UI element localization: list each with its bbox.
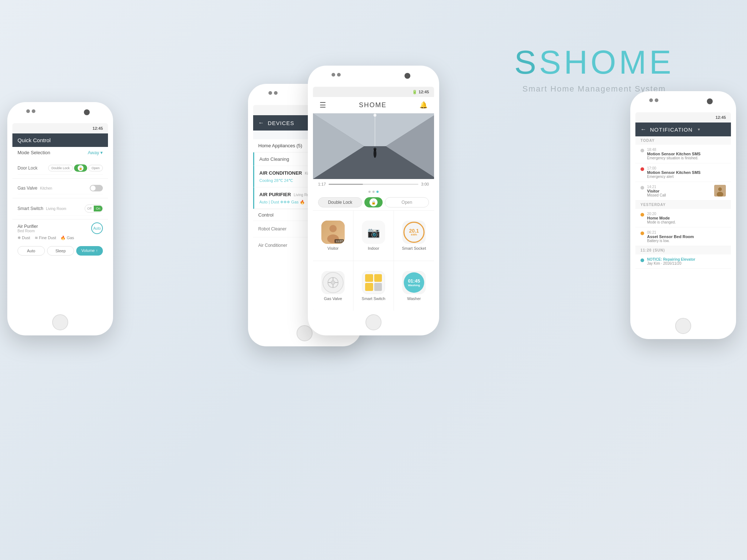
notif-link-text[interactable]: NOTICE: Repairing Elevator — [647, 257, 726, 261]
progress-bg[interactable] — [329, 184, 418, 185]
time-current: 1:17 — [318, 182, 326, 186]
svg-point-15 — [331, 281, 335, 284]
notification-phone: 12:45 ← NOTIFICATION ▾ TODAY 18:48 Motio… — [630, 91, 736, 339]
notif-item-2147[interactable]: NOTICE: Repairing Elevator Jay Kim · 201… — [635, 254, 731, 269]
svg-point-8 — [374, 148, 376, 151]
indoor-app[interactable]: 📷 Indoor — [353, 211, 394, 261]
main-header: ☰ SHOME 🔔 — [313, 97, 434, 113]
notification-screen: 12:45 ← NOTIFICATION ▾ TODAY 18:48 Motio… — [635, 112, 731, 314]
door-lock-section: Door Lock Double Lock 🔒 Open — [12, 158, 108, 179]
progress-fill — [329, 184, 363, 185]
lock-toggle-main[interactable]: 🔒 — [364, 197, 383, 207]
lock-toggle[interactable]: 🔒 — [74, 164, 87, 172]
notif-desc: Mode is changed. — [647, 220, 726, 224]
camera-feed: Door REC 00:15 ⏹ — [313, 113, 434, 179]
notif-content-2020: 20:20 Home Mode Mode is changed. — [647, 212, 726, 224]
dot-2[interactable] — [372, 191, 375, 193]
notif-desc: Jay Kim · 2016/11/20 — [647, 261, 726, 265]
dot-3[interactable] — [376, 191, 379, 193]
left-content: Mode Selection Away ▾ Door Lock Double L… — [12, 147, 108, 311]
smart-switch-icon — [363, 272, 384, 293]
control-title: Control — [258, 212, 274, 218]
sunday-header: 11:20 (SUN) — [635, 246, 731, 254]
gas-valve-toggle[interactable] — [90, 185, 103, 191]
sleep-btn[interactable]: Sleep — [47, 246, 74, 256]
double-lock-option[interactable]: Double Lock — [318, 197, 362, 207]
notif-title-text: Home Mode — [647, 216, 726, 220]
status-time: 12:45 — [93, 126, 103, 131]
notif-item-0621[interactable]: 06:21 Asset Sensor Bed Room Battery is l… — [635, 228, 731, 246]
corridor-view — [313, 113, 434, 179]
mode-selection-row: Mode Selection Away ▾ — [12, 147, 108, 158]
gas-valve-icon-box — [321, 271, 345, 294]
notif-time: 17:00 — [647, 166, 726, 170]
notif-desc: Missed Call — [647, 193, 711, 197]
washer-app[interactable]: 01:45 Washing Washer — [394, 261, 434, 311]
notif-title-text: Motion Sensor Kitchen SMS — [647, 170, 726, 175]
door-lock-label: Door Lock — [18, 166, 38, 171]
purifier-status: Auto | Dust ❄❄❄ Gas 🔥 — [259, 200, 305, 205]
gas-valve-icon — [322, 272, 344, 293]
left-header-title: Quick Control — [18, 137, 103, 143]
gas-valve-label: Gas Valve — [324, 296, 342, 301]
smart-socket-gauge: 20.1 kWh — [403, 222, 425, 243]
bell-icon[interactable]: 🔔 — [419, 101, 427, 109]
dust-icon: ❄ Dust — [18, 236, 30, 240]
auto-btn[interactable]: Auto — [18, 246, 45, 256]
notif-time: 20:20 — [647, 212, 726, 216]
smart-socket-label: Smart Socket — [402, 246, 426, 250]
notification-header: ← NOTIFICATION ▾ — [635, 122, 731, 136]
purifier-icons: ❄ Dust ≋ Fine Dust 🔥 Gas — [18, 236, 103, 240]
smart-switch-toggle[interactable]: Off On — [85, 205, 103, 213]
notif-item-1700[interactable]: 17:00 Motion Sensor Kitchen SMS Emergenc… — [635, 163, 731, 182]
today-header: TODAY — [635, 136, 731, 145]
gas-valve-app[interactable]: Gas Valve — [313, 261, 353, 311]
visitor-label: Visitor — [328, 246, 338, 250]
lock-icon: 🔒 — [78, 165, 84, 171]
notif-back-icon[interactable]: ← — [640, 126, 646, 133]
open-option[interactable]: Open — [385, 197, 429, 207]
volume-btn[interactable]: Volume ↑ — [76, 246, 103, 256]
notif-title: NOTIFICATION — [650, 127, 693, 133]
back-arrow-icon[interactable]: ← — [258, 120, 264, 126]
visitor-icon-box: 11:27 — [321, 221, 345, 244]
indoor-icon-box: 📷 — [362, 221, 385, 244]
auto-button[interactable]: Auto — [91, 222, 103, 234]
smart-socket-icon-box: 20.1 kWh — [402, 221, 426, 244]
left-header: Quick Control — [12, 133, 108, 147]
lock-bar: Double Lock 🔒 Open — [313, 194, 434, 211]
menu-icon[interactable]: ☰ — [320, 101, 326, 109]
gas-icon: 🔥 Gas — [61, 236, 74, 240]
air-purifier-top: Air Purifier Bed Room Auto — [18, 222, 103, 234]
smart-switch-app[interactable]: Smart Switch — [353, 261, 394, 311]
notif-title-text: Asset Sensor Bed Room — [647, 234, 726, 239]
notif-content-2147: NOTICE: Repairing Elevator Jay Kim · 201… — [647, 257, 726, 265]
notif-content-0621: 06:21 Asset Sensor Bed Room Battery is l… — [647, 230, 726, 243]
notif-dot-gray2 — [640, 186, 644, 190]
notif-item-1421[interactable]: 14:21 Visitor Missed Call — [635, 182, 731, 201]
smart-switch-icon-box — [362, 271, 385, 294]
open-btn[interactable]: Open — [88, 165, 103, 171]
auto-cleaning-name: Auto Cleaning — [259, 156, 289, 162]
robot-cleaner-label: Robot Cleaner — [258, 226, 286, 232]
dot-1[interactable] — [368, 191, 371, 193]
notif-dropdown[interactable]: ▾ — [698, 127, 700, 132]
smart-socket-app[interactable]: 20.1 kWh Smart Socket — [394, 211, 434, 261]
carousel-dots — [313, 189, 434, 194]
main-phone: 🔋 12:45 ☰ SHOME 🔔 Door REC 00:15 ⏹ — [308, 66, 439, 335]
svg-point-10 — [329, 225, 337, 232]
notif-dot-orange2 — [640, 232, 644, 235]
notif-time: 14:21 — [647, 185, 711, 189]
mode-value[interactable]: Away ▾ — [88, 150, 103, 155]
washer-icon-box: 01:45 Washing — [402, 271, 426, 294]
double-lock-btn[interactable]: Double Lock — [48, 165, 73, 171]
branding: SSHOME Smart Home Management System — [514, 44, 674, 94]
notif-content-1700: 17:00 Motion Sensor Kitchen SMS Emergenc… — [647, 166, 726, 179]
camera-progress-bar[interactable]: 1:17 3:00 — [313, 179, 434, 189]
notif-item-2020[interactable]: 20:20 Home Mode Mode is changed. — [635, 209, 731, 228]
notification-list: TODAY 18:48 Motion Sensor Kitchen SMS Em… — [635, 136, 731, 314]
visitor-app[interactable]: 11:27 Visitor — [313, 211, 353, 261]
notif-item-1848[interactable]: 18:48 Motion Sensor Kitchen SMS Emergenc… — [635, 145, 731, 163]
svg-point-6 — [374, 114, 376, 117]
app-title: SHOME — [359, 101, 387, 109]
